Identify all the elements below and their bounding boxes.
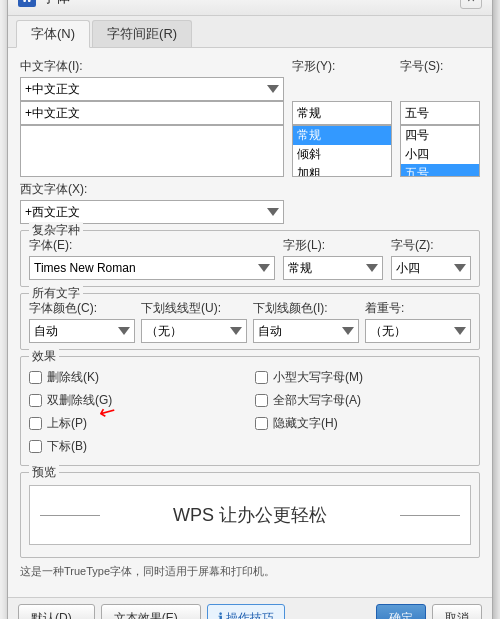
style-input[interactable]: [292, 101, 392, 125]
preview-box: WPS 让办公更轻松: [29, 485, 471, 545]
tips-icon: ℹ: [218, 610, 223, 619]
complex-style-label: 字形(L):: [283, 237, 383, 254]
hidden-checkbox[interactable]: [255, 417, 268, 430]
all-text-group: 所有文字 字体颜色(C): 自动 下划线线型(U): （无） 下划线颜色(I):: [20, 293, 480, 350]
subscript-row: 下标(B): [29, 438, 245, 455]
style-item-bold[interactable]: 加粗: [293, 164, 391, 177]
operation-tips-label: 操作技巧: [226, 610, 274, 620]
chinese-font-label: 中文字体(I):: [20, 58, 284, 75]
emphasis-select[interactable]: （无）: [365, 319, 471, 343]
all-text-row: 字体颜色(C): 自动 下划线线型(U): （无） 下划线颜色(I): 自动: [29, 300, 471, 343]
close-button[interactable]: ×: [460, 0, 482, 9]
complex-style-col: 字形(L): 常规: [283, 237, 383, 280]
double-strikethrough-checkbox[interactable]: [29, 394, 42, 407]
strikethrough-label: 删除线(K): [47, 369, 99, 386]
color-label: 字体颜色(C):: [29, 300, 135, 317]
complex-script-group: 复杂字种 字体(E): Times New Roman 字形(L): 常规 字号…: [20, 230, 480, 287]
size-label: 字号(S):: [400, 58, 480, 75]
underline-color-select[interactable]: 自动: [253, 319, 359, 343]
title-bar-left: W 字体: [18, 0, 70, 7]
superscript-row: 上标(P) ↙: [29, 415, 245, 432]
strikethrough-row: 删除线(K): [29, 369, 245, 386]
complex-font-label: 字体(E):: [29, 237, 275, 254]
all-caps-checkbox[interactable]: [255, 394, 268, 407]
dialog-content: 中文字体(I): +中文正文 字形(Y): 字号(S):: [8, 48, 492, 597]
complex-script-labels: 字体(E): Times New Roman 字形(L): 常规 字号(Z): …: [29, 237, 471, 280]
chinese-font-select[interactable]: +中文正文: [20, 77, 284, 101]
underline-col: 下划线线型(U): （无）: [141, 300, 247, 343]
preview-line-left: [40, 515, 100, 516]
underline-select[interactable]: （无）: [141, 319, 247, 343]
chinese-font-input-col: [20, 101, 284, 177]
font-input-row: 常规 倾斜 加粗 四号 小四 五号: [20, 101, 480, 177]
complex-size-select[interactable]: 小四: [391, 256, 471, 280]
underline-label: 下划线线型(U):: [141, 300, 247, 317]
hidden-row: 隐藏文字(H): [255, 415, 471, 432]
strikethrough-checkbox[interactable]: [29, 371, 42, 384]
superscript-label: 上标(P): [47, 415, 87, 432]
preview-line-right: [400, 515, 460, 516]
size-input-col: 四号 小四 五号: [400, 101, 480, 177]
emphasis-label: 着重号:: [365, 300, 471, 317]
tab-spacing[interactable]: 字符间距(R): [92, 20, 192, 47]
size-list[interactable]: 四号 小四 五号: [400, 125, 480, 177]
small-caps-checkbox[interactable]: [255, 371, 268, 384]
style-item-italic[interactable]: 倾斜: [293, 145, 391, 164]
chinese-font-input[interactable]: [20, 101, 284, 125]
underline-color-col: 下划线颜色(I): 自动: [253, 300, 359, 343]
size-item-4[interactable]: 四号: [401, 126, 479, 145]
color-select[interactable]: 自动: [29, 319, 135, 343]
chinese-font-group: 中文字体(I): +中文正文: [20, 58, 284, 101]
western-font-label: 西文字体(X):: [20, 181, 284, 198]
default-button[interactable]: 默认(D)...: [18, 604, 95, 619]
font-dialog: W 字体 × 字体(N) 字符间距(R) 中文字体(I): +中文正文 字形(Y…: [7, 0, 493, 619]
style-item-regular[interactable]: 常规: [293, 126, 391, 145]
subscript-label: 下标(B): [47, 438, 87, 455]
western-size-spacer: [400, 181, 480, 224]
style-group: 字形(Y):: [292, 58, 392, 101]
western-font-select[interactable]: +西文正文: [20, 200, 284, 224]
complex-font-label-col: 字体(E): Times New Roman: [29, 237, 275, 280]
chinese-font-list[interactable]: [20, 125, 284, 177]
bottom-left-buttons: 默认(D)... 文本效果(E)... ℹ 操作技巧: [18, 604, 285, 619]
preview-text: WPS 让办公更轻松: [173, 503, 327, 527]
superscript-checkbox[interactable]: [29, 417, 42, 430]
style-input-col: 常规 倾斜 加粗: [292, 101, 392, 177]
size-item-5[interactable]: 五号: [401, 164, 479, 177]
western-font-group: 西文字体(X): +西文正文: [20, 181, 284, 224]
operation-tips-button[interactable]: ℹ 操作技巧: [207, 604, 285, 619]
effects-group: 效果 删除线(K) 小型大写字母(M) 双删除线(G) 全部大写字母(A): [20, 356, 480, 466]
effects-grid: 删除线(K) 小型大写字母(M) 双删除线(G) 全部大写字母(A) 上标(P): [29, 369, 471, 459]
style-list[interactable]: 常规 倾斜 加粗: [292, 125, 392, 177]
hidden-label: 隐藏文字(H): [273, 415, 338, 432]
all-text-title: 所有文字: [29, 285, 83, 302]
style-label: 字形(Y):: [292, 58, 392, 75]
text-effect-button[interactable]: 文本效果(E)...: [101, 604, 201, 619]
color-col: 字体颜色(C): 自动: [29, 300, 135, 343]
complex-style-select[interactable]: 常规: [283, 256, 383, 280]
western-style-spacer: [292, 181, 392, 224]
dialog-title: 字体: [42, 0, 70, 7]
all-caps-label: 全部大写字母(A): [273, 392, 361, 409]
small-caps-row: 小型大写字母(M): [255, 369, 471, 386]
complex-size-col: 字号(Z): 小四: [391, 237, 471, 280]
complex-font-select[interactable]: Times New Roman: [29, 256, 275, 280]
subscript-checkbox[interactable]: [29, 440, 42, 453]
cancel-button[interactable]: 取消: [432, 604, 482, 619]
size-input[interactable]: [400, 101, 480, 125]
title-bar: W 字体 ×: [8, 0, 492, 16]
bottom-bar: 默认(D)... 文本效果(E)... ℹ 操作技巧 确定 取消: [8, 597, 492, 619]
tab-font[interactable]: 字体(N): [16, 20, 90, 48]
complex-size-label: 字号(Z):: [391, 237, 471, 254]
emphasis-col: 着重号: （无）: [365, 300, 471, 343]
tab-bar: 字体(N) 字符间距(R): [8, 16, 492, 48]
size-item-small4[interactable]: 小四: [401, 145, 479, 164]
western-font-row: 西文字体(X): +西文正文: [20, 181, 480, 224]
confirm-button[interactable]: 确定: [376, 604, 426, 619]
font-style-size-row: 中文字体(I): +中文正文 字形(Y): 字号(S):: [20, 58, 480, 101]
complex-script-title: 复杂字种: [29, 222, 83, 239]
wps-icon: W: [18, 0, 36, 7]
effects-title: 效果: [29, 348, 59, 365]
bottom-right-buttons: 确定 取消: [376, 604, 482, 619]
underline-color-label: 下划线颜色(I):: [253, 300, 359, 317]
